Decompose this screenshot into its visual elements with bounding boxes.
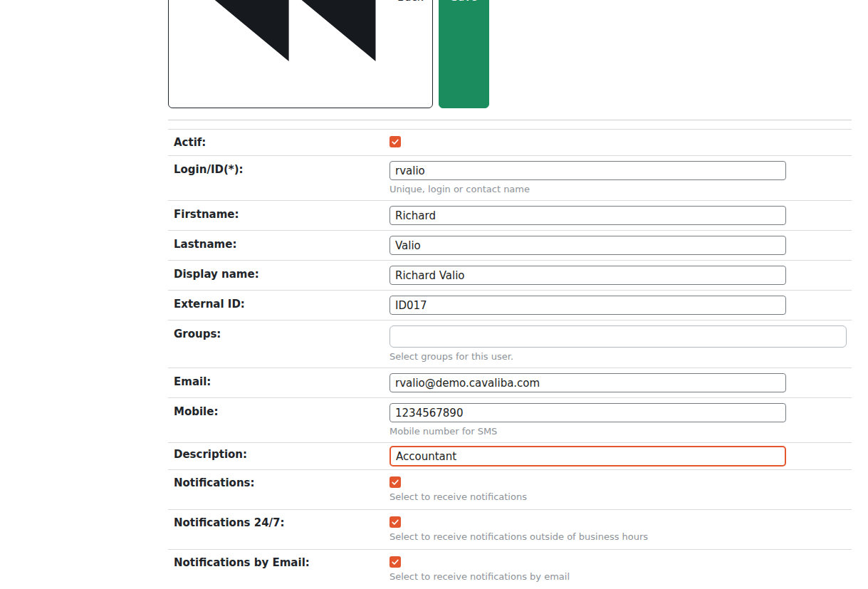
field-label-actif: Actif: [174, 136, 389, 149]
field-help-groups: Select groups for this user. [389, 350, 513, 363]
check-icon [391, 518, 399, 526]
field-label-notifications-24-7: Notifications 24/7: [174, 516, 389, 543]
field-help-notifications-by-email: Select to receive notifications by email [389, 570, 570, 583]
form-row-login-id: Login/ID(*):Unique, login or contact nam… [168, 155, 852, 200]
external-id-input[interactable] [389, 296, 786, 315]
notifications-by-email-checkbox[interactable] [389, 556, 401, 568]
field-help-mobile: Mobile number for SMS [389, 425, 497, 437]
field-help-notifications: Select to receive notifications [389, 491, 527, 503]
form-row-firstname: Firstname: [168, 200, 852, 230]
field-label-firstname: Firstname: [174, 206, 389, 225]
mobile-input[interactable] [389, 403, 786, 422]
actif-checkbox[interactable] [389, 136, 401, 147]
form-row-email: Email: [168, 368, 852, 397]
form-row-description: Description: [168, 442, 852, 469]
field-label-login-id: Login/ID(*): [174, 161, 389, 195]
save-button[interactable]: Save [439, 0, 489, 108]
email-input[interactable] [389, 373, 786, 392]
check-icon [391, 558, 399, 566]
field-label-email: Email: [174, 373, 389, 392]
field-label-notifications-by-email: Notifications by Email: [174, 556, 389, 583]
notifications-checkbox[interactable] [389, 476, 401, 488]
form-row-actif: Actif: [168, 129, 852, 155]
field-label-display-name: Display name: [174, 266, 389, 285]
field-label-groups: Groups: [174, 325, 389, 363]
field-label-description: Description: [174, 446, 389, 466]
field-label-notifications: Notifications: [174, 476, 389, 503]
check-icon [391, 137, 399, 146]
form-row-display-name: Display name: [168, 260, 852, 290]
toolbar: Back Save [150, 0, 868, 120]
form-row-notifications-24-7: Notifications 24/7:Select to receive not… [168, 509, 852, 549]
check-icon [391, 478, 399, 486]
groups-input[interactable] [389, 325, 847, 348]
field-help-notifications-24-7: Select to receive notifications outside … [389, 531, 648, 543]
field-help-login-id: Unique, login or contact name [389, 183, 530, 195]
form-row-external-id: External ID: [168, 290, 852, 320]
display-name-input[interactable] [389, 266, 786, 285]
form-row-notifications-by-email: Notifications by Email:Select to receive… [168, 549, 852, 589]
field-label-mobile: Mobile: [174, 403, 389, 437]
form-row-lastname: Lastname: [168, 230, 852, 260]
field-label-external-id: External ID: [174, 296, 389, 315]
rewind-icon [178, 0, 392, 104]
firstname-input[interactable] [389, 206, 786, 225]
notifications-24-7-checkbox[interactable] [389, 516, 401, 528]
new-user-form: Actif:Login/ID(*):Unique, login or conta… [168, 129, 852, 589]
login-id-input[interactable] [389, 161, 786, 180]
field-label-lastname: Lastname: [174, 236, 389, 255]
form-row-mobile: Mobile:Mobile number for SMS [168, 397, 852, 442]
back-button[interactable]: Back [168, 0, 433, 108]
lastname-input[interactable] [389, 236, 786, 255]
description-input[interactable] [389, 446, 786, 466]
form-row-groups: Groups:Select groups for this user. [168, 320, 852, 368]
form-row-notifications: Notifications:Select to receive notifica… [168, 469, 852, 509]
